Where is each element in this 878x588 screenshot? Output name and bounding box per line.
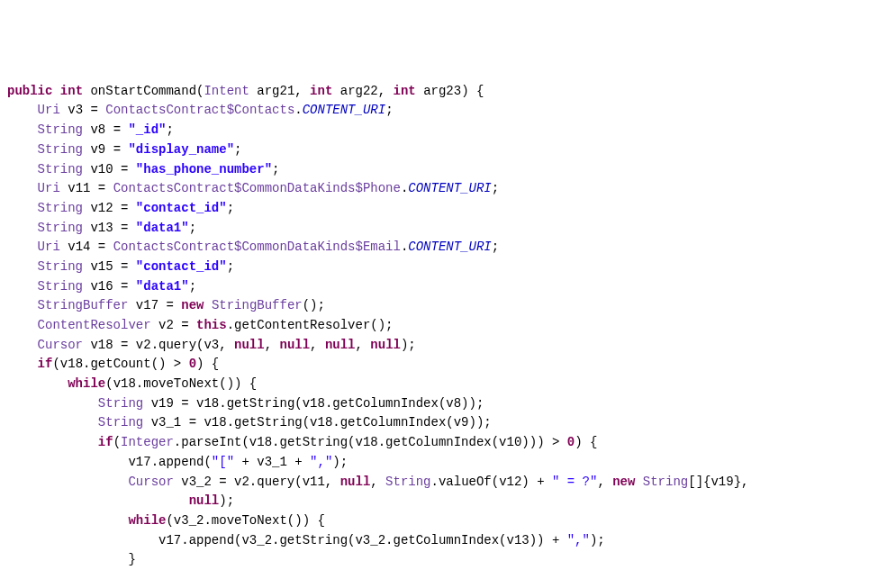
- token-id: );: [332, 455, 348, 469]
- token-id: ;: [272, 162, 279, 176]
- token-type: String: [98, 415, 143, 430]
- token-id: );: [219, 493, 234, 508]
- code-line: [7, 570, 871, 588]
- token-id: ,: [370, 475, 385, 489]
- token-type: String: [98, 396, 143, 411]
- token-stat: CONTENT_URI: [408, 240, 491, 254]
- token-id: ) {: [575, 435, 597, 449]
- token-kw: null: [279, 338, 310, 352]
- token-stat: CONTENT_URI: [408, 181, 491, 195]
- token-type: Integer: [121, 435, 174, 449]
- token-kw: null: [325, 338, 356, 352]
- token-id: []{v19},: [688, 475, 748, 489]
- token-id: v9 =: [83, 142, 128, 157]
- token-id: ;: [227, 201, 234, 215]
- token-type: String: [38, 122, 83, 137]
- token-type: StringBuffer: [212, 298, 303, 312]
- token-id: v14 =: [60, 240, 113, 254]
- token-id: onStartCommand(: [83, 84, 204, 98]
- token-id: v3 =: [60, 103, 105, 117]
- token-kw: while: [68, 376, 105, 391]
- token-id: .getContentResolver();: [227, 318, 394, 332]
- token-id: }: [128, 552, 135, 566]
- token-id: v17 =: [128, 298, 181, 312]
- code-line: String v12 = "contact_id";: [7, 199, 871, 219]
- token-id: [204, 298, 211, 312]
- token-id: v3_2 = v2.query(v11,: [174, 475, 340, 489]
- code-line: Uri v11 = ContactsContract$CommonDataKin…: [7, 179, 871, 199]
- token-strp: "[": [212, 455, 234, 469]
- token-id: .: [294, 103, 302, 117]
- token-id: (: [113, 435, 121, 449]
- token-num: 0: [189, 357, 196, 371]
- token-id: ,: [265, 338, 280, 352]
- token-id: .parseInt(v18.getString(v18.getColumnInd…: [174, 435, 567, 449]
- token-id: ;: [492, 240, 499, 254]
- token-id: [52, 84, 59, 98]
- token-type: String: [38, 201, 83, 215]
- token-str: "contact_id": [136, 259, 227, 274]
- token-id: v18 = v2.query(v3,: [83, 338, 234, 352]
- token-str: "display_name": [128, 142, 234, 157]
- token-str: "has_phone_number": [136, 162, 272, 176]
- token-id: ,: [356, 338, 371, 352]
- token-str: "_id": [128, 122, 166, 137]
- token-type: String: [38, 259, 83, 274]
- token-id: v12 =: [83, 201, 136, 215]
- token-type: Uri: [38, 103, 60, 117]
- token-kw: if: [38, 357, 53, 371]
- token-id: + v3_1 +: [234, 455, 310, 469]
- token-id: ;: [234, 142, 241, 157]
- token-id: v13 =: [83, 221, 136, 235]
- token-type: Uri: [38, 181, 60, 195]
- code-line: String v19 = v18.getString(v18.getColumn…: [7, 394, 871, 414]
- token-type: Uri: [38, 240, 60, 254]
- token-id: );: [590, 533, 605, 547]
- token-kw: while: [128, 513, 166, 528]
- token-id: [635, 475, 642, 489]
- code-line: v17.append("[" + v3_1 + ",");: [7, 453, 871, 473]
- token-strp: " = ?": [552, 475, 597, 489]
- token-type: String: [38, 142, 83, 157]
- token-str: "data1": [136, 279, 189, 294]
- token-id: v10 =: [83, 162, 136, 176]
- token-id: v2 =: [151, 318, 196, 332]
- token-type: Intent: [204, 84, 249, 98]
- token-kw: int: [394, 84, 416, 98]
- code-line: String v16 = "data1";: [7, 277, 871, 297]
- token-type: StringBuffer: [38, 298, 129, 312]
- token-id: ,: [310, 338, 325, 352]
- code-line: StringBuffer v17 = new StringBuffer();: [7, 296, 871, 316]
- token-id: (v3_2.moveToNext()) {: [166, 513, 324, 528]
- token-num: 0: [567, 435, 575, 449]
- token-kw: null: [234, 338, 265, 352]
- token-id: v17.append(: [128, 455, 211, 469]
- token-kw: new: [612, 475, 635, 489]
- token-type: String: [643, 475, 688, 489]
- token-id: v16 =: [83, 279, 136, 294]
- token-id: arg21,: [249, 84, 310, 98]
- token-id: );: [401, 338, 416, 352]
- token-type: ContentResolver: [38, 318, 151, 332]
- code-line: public int onStartCommand(Intent arg21, …: [7, 82, 871, 102]
- token-id: ;: [492, 181, 499, 195]
- token-id: v3_1 = v18.getString(v18.getColumnIndex(…: [143, 415, 491, 430]
- token-kw: if: [98, 435, 113, 449]
- token-type: String: [38, 221, 83, 235]
- token-str: "contact_id": [136, 201, 227, 215]
- token-id: ;: [385, 103, 393, 117]
- token-id: (v18.moveToNext()) {: [105, 376, 257, 391]
- token-type: Cursor: [128, 475, 173, 489]
- token-id: ;: [189, 279, 196, 294]
- token-id: v19 = v18.getString(v18.getColumnIndex(v…: [143, 396, 484, 411]
- token-id: v17.append(v3_2.getString(v3_2.getColumn…: [158, 533, 567, 547]
- code-line: String v10 = "has_phone_number";: [7, 160, 871, 180]
- code-line: Uri v14 = ContactsContract$CommonDataKin…: [7, 238, 871, 258]
- token-kw: this: [196, 318, 227, 332]
- code-line: String v8 = "_id";: [7, 121, 871, 140]
- token-type: String: [38, 162, 83, 176]
- token-type: String: [385, 475, 430, 489]
- token-str: "data1": [136, 221, 189, 235]
- code-line: if(v18.getCount() > 0) {: [7, 355, 871, 375]
- token-id: arg23) {: [416, 84, 484, 98]
